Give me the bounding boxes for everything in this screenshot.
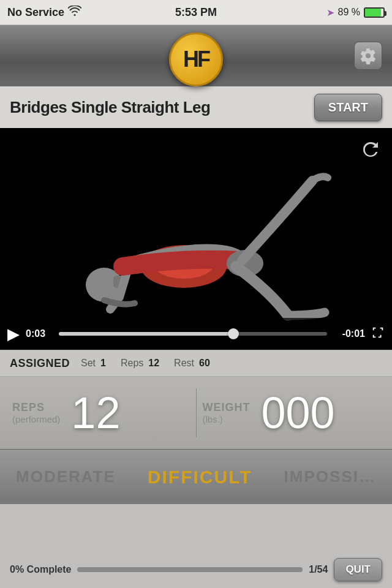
app-header: HF	[0, 25, 392, 86]
video-controls: ▶ 0:03 -0:01	[0, 318, 392, 350]
reps-label-block: REPS (performed)	[12, 401, 60, 424]
start-button[interactable]: START	[314, 94, 382, 121]
difficulty-difficult[interactable]: DIFFICULT	[148, 467, 252, 488]
play-button[interactable]: ▶	[7, 325, 20, 344]
gear-icon	[360, 47, 377, 64]
replay-button[interactable]	[359, 138, 382, 166]
difficulty-impossible[interactable]: IMPOSSI…	[284, 467, 376, 486]
exercise-title-row: Bridges Single Straight Leg START	[0, 86, 392, 128]
status-time: 5:53 PM	[175, 6, 217, 19]
progress-track[interactable]	[59, 332, 327, 336]
svg-rect-0	[0, 144, 392, 334]
battery-icon	[364, 7, 385, 18]
weight-label-main: WEIGHT	[203, 401, 251, 414]
rest-value: 60	[199, 358, 210, 369]
complete-progress-bar	[77, 567, 303, 572]
rest-label: Rest	[174, 358, 194, 369]
assigned-label: ASSIGNED	[10, 357, 70, 370]
app-logo: HF	[169, 32, 223, 86]
reps-weight-row: REPS (performed) 12 WEIGHT (lbs.) 000	[0, 377, 392, 449]
video-area: ▶ 0:03 -0:01	[0, 128, 392, 350]
settings-button[interactable]	[354, 42, 382, 70]
weight-label-sub: (lbs.)	[203, 414, 251, 424]
weight-label-block: WEIGHT (lbs.)	[203, 401, 251, 424]
reps-label-sub: (performed)	[12, 414, 60, 424]
weight-section: WEIGHT (lbs.) 000	[203, 391, 380, 435]
set-label: Set	[81, 358, 96, 369]
assigned-row: ASSIGNED Set 1 Reps 12 Rest 60	[0, 350, 392, 377]
progress-thumb	[228, 328, 239, 339]
vertical-divider	[196, 388, 197, 437]
exercise-title: Bridges Single Straight Leg	[10, 98, 210, 117]
difficulty-moderate[interactable]: MODERATE	[16, 467, 116, 486]
logo-text: HF	[183, 47, 209, 72]
quit-button[interactable]: QUIT	[334, 558, 382, 581]
complete-label: 0% Complete	[10, 564, 71, 575]
location-icon: ➤	[326, 7, 334, 18]
fullscreen-button[interactable]	[371, 326, 385, 342]
bottom-bar: 0% Complete 1/54 QUIT	[0, 551, 392, 588]
no-service-label: No Service	[7, 6, 64, 19]
page-indicator: 1/54	[309, 564, 328, 575]
difficulty-row: MODERATE DIFFICULT IMPOSSI…	[0, 449, 392, 504]
difficulty-options: MODERATE DIFFICULT IMPOSSI…	[0, 467, 392, 488]
progress-fill	[59, 332, 233, 336]
reps-label: Reps	[121, 358, 143, 369]
weight-performed-value[interactable]: 000	[262, 391, 335, 435]
battery-percent: 89 %	[338, 7, 360, 18]
time-current: 0:03	[26, 328, 53, 339]
reps-value: 12	[148, 358, 159, 369]
time-remaining: -0:01	[333, 328, 365, 339]
exercise-figure	[0, 128, 392, 350]
wifi-icon	[68, 6, 81, 20]
reps-section: REPS (performed) 12	[12, 391, 190, 435]
reps-performed-value[interactable]: 12	[71, 391, 120, 435]
status-bar: No Service 5:53 PM ➤ 89 %	[0, 0, 392, 25]
video-figure	[0, 128, 392, 350]
set-value: 1	[100, 358, 106, 369]
reps-label-main: REPS	[12, 401, 60, 414]
